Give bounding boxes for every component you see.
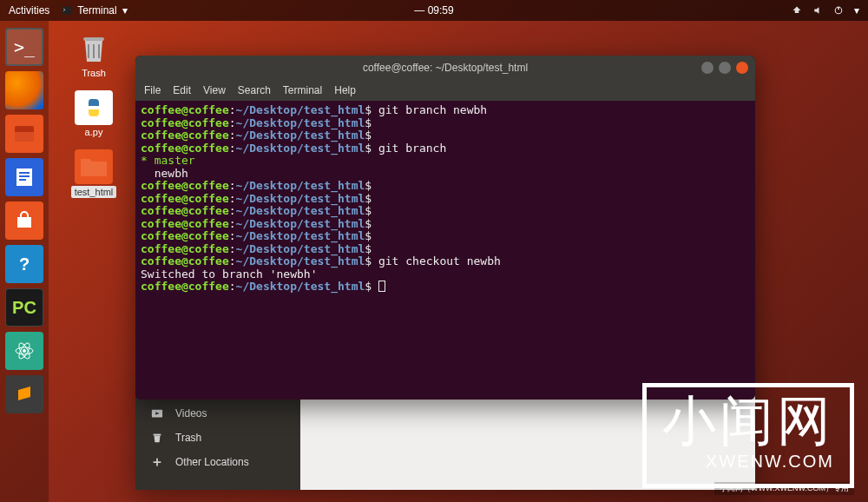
desktop-trash[interactable]: Trash [68, 31, 120, 78]
top-bar: Activities Terminal ▾ — 09:59 ▾ [0, 0, 868, 21]
desktop-trash-label: Trash [82, 68, 106, 78]
chevron-down-icon: ▾ [122, 4, 128, 17]
svg-rect-15 [154, 434, 161, 436]
power-icon[interactable] [833, 5, 844, 16]
watermark-title: 小闻网 [662, 394, 834, 448]
app-menu[interactable]: Terminal ▾ [62, 4, 127, 17]
desktop-apy[interactable]: a.py [68, 90, 120, 137]
document-icon [13, 166, 36, 188]
launcher-help[interactable]: ? [5, 245, 43, 283]
desktop-test-html[interactable]: test_html [68, 149, 120, 198]
menu-edit[interactable]: Edit [173, 84, 191, 96]
python-file-icon [75, 90, 113, 125]
svg-rect-0 [62, 7, 72, 15]
launcher-files[interactable] [5, 115, 43, 153]
desktop-apy-label: a.py [85, 127, 103, 137]
network-icon[interactable] [792, 5, 802, 16]
menu-help[interactable]: Help [334, 84, 356, 96]
sublime-icon [15, 385, 34, 404]
svg-rect-7 [19, 175, 30, 177]
launcher-pycharm[interactable]: PC [5, 288, 43, 327]
launcher-software[interactable] [5, 201, 43, 240]
drawer-icon [13, 124, 36, 143]
svg-rect-13 [83, 37, 104, 41]
desktop-icons: Trash a.py test_html [68, 31, 120, 198]
sidebar-trash-label: Trash [175, 432, 201, 444]
terminal-title: coffee@coffee: ~/Desktop/test_html [363, 62, 528, 74]
sidebar-item-trash[interactable]: Trash [135, 426, 300, 450]
activities-button[interactable]: Activities [9, 4, 49, 17]
sidebar-item-videos[interactable]: Videos [135, 401, 300, 426]
desktop-folder-label: test_html [71, 186, 117, 198]
app-name-label: Terminal [77, 4, 116, 17]
window-maximize-button[interactable] [719, 62, 731, 74]
files-sidebar: Videos Trash Other Locations [135, 394, 300, 490]
window-minimize-button[interactable] [701, 62, 713, 74]
plus-icon [151, 456, 163, 468]
trash-icon [75, 31, 113, 66]
launcher-atom[interactable] [5, 332, 43, 370]
menu-search[interactable]: Search [238, 84, 271, 96]
svg-point-9 [23, 349, 26, 353]
menu-file[interactable]: File [144, 84, 161, 96]
trash-icon [151, 432, 163, 444]
menu-view[interactable]: View [203, 84, 226, 96]
bag-icon [14, 210, 35, 231]
launcher-firefox[interactable] [5, 71, 43, 109]
watermark: 小闻网 XWENW.COM [642, 383, 854, 488]
terminal-titlebar[interactable]: coffee@coffee: ~/Desktop/test_html [135, 56, 755, 80]
terminal-menubar: File Edit View Search Terminal Help [135, 80, 755, 101]
sidebar-other-label: Other Locations [175, 456, 249, 468]
chevron-down-icon[interactable]: ▾ [854, 4, 859, 17]
launcher-sublime[interactable] [5, 375, 43, 413]
svg-rect-4 [15, 132, 34, 142]
watermark-subtitle: XWENW.COM [662, 452, 834, 472]
menu-terminal[interactable]: Terminal [283, 84, 322, 96]
launcher-dock: >_ ? PC [0, 21, 49, 502]
folder-icon [75, 149, 113, 184]
svg-rect-2 [838, 7, 839, 10]
launcher-terminal[interactable]: >_ [5, 28, 43, 66]
terminal-icon [62, 5, 72, 16]
atom-icon [14, 340, 35, 361]
terminal-window: coffee@coffee: ~/Desktop/test_html File … [135, 56, 755, 400]
svg-rect-8 [19, 179, 26, 181]
terminal-content[interactable]: coffee@coffee:~/Desktop/test_html$ git b… [135, 101, 755, 400]
videos-icon [151, 407, 163, 419]
sidebar-videos-label: Videos [175, 407, 207, 419]
sidebar-item-other-locations[interactable]: Other Locations [135, 450, 300, 474]
launcher-writer[interactable] [5, 158, 43, 196]
window-close-button[interactable] [736, 62, 748, 74]
clock[interactable]: — 09:59 [414, 4, 453, 17]
volume-icon[interactable] [812, 5, 823, 16]
svg-rect-6 [19, 172, 30, 174]
